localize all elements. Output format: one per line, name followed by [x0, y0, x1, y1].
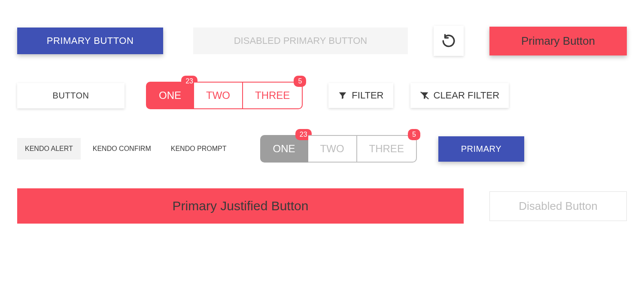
badge: 5 [408, 129, 420, 140]
seg-three[interactable]: THREE 5 [357, 135, 417, 163]
row-1: PRIMARY BUTTON DISABLED PRIMARY BUTTON P… [17, 26, 627, 56]
label: PRIMARY [461, 144, 501, 154]
label: Primary Button [521, 34, 595, 48]
kendo-prompt-button[interactable]: KENDO PROMPT [163, 138, 234, 160]
primary-button-small[interactable]: PRIMARY [438, 136, 524, 162]
segmented-group-grey: ONE 23 TWO THREE 5 [260, 135, 417, 163]
seg-one[interactable]: ONE 23 [260, 135, 308, 163]
refresh-icon [441, 34, 456, 48]
label: DISABLED PRIMARY BUTTON [234, 35, 368, 46]
clear-filter-icon [420, 91, 429, 100]
label: BUTTON [53, 91, 89, 101]
segmented-group-red: ONE 23 TWO THREE 5 [146, 82, 303, 109]
label: THREE [369, 143, 404, 154]
badge: 5 [294, 76, 306, 87]
label: FILTER [352, 90, 383, 101]
label: ONE [159, 89, 181, 101]
disabled-button: Disabled Button [489, 191, 627, 221]
label: PRIMARY BUTTON [47, 35, 134, 46]
clear-filter-button[interactable]: CLEAR FILTER [410, 83, 509, 108]
kendo-confirm-button[interactable]: KENDO CONFIRM [85, 138, 159, 160]
primary-button-red[interactable]: Primary Button [489, 27, 627, 55]
row-3: KENDO ALERT KENDO CONFIRM KENDO PROMPT O… [17, 135, 627, 163]
label: KENDO PROMPT [171, 145, 227, 152]
seg-one[interactable]: ONE 23 [146, 82, 194, 109]
label: TWO [206, 89, 230, 101]
label: Disabled Button [519, 200, 598, 213]
label: TWO [320, 143, 344, 154]
label: THREE [255, 89, 290, 101]
row-4: Primary Justified Button Disabled Button [17, 188, 627, 224]
primary-justified-button[interactable]: Primary Justified Button [17, 188, 464, 224]
label: KENDO ALERT [25, 145, 73, 152]
plain-button[interactable]: BUTTON [17, 83, 125, 108]
filter-button[interactable]: FILTER [328, 83, 393, 108]
kendo-alert-button[interactable]: KENDO ALERT [17, 138, 81, 160]
seg-two[interactable]: TWO [194, 82, 243, 109]
seg-two[interactable]: TWO [308, 135, 357, 163]
label: ONE [273, 143, 295, 154]
seg-three[interactable]: THREE 5 [243, 82, 303, 109]
label: Primary Justified Button [173, 199, 309, 213]
label: CLEAR FILTER [434, 90, 500, 101]
filter-icon [338, 91, 347, 100]
label: KENDO CONFIRM [93, 145, 151, 152]
row-2: BUTTON ONE 23 TWO THREE 5 FILTER CLEAR F… [17, 82, 627, 109]
refresh-button[interactable] [434, 26, 464, 56]
disabled-primary-button: DISABLED PRIMARY BUTTON [193, 28, 408, 54]
primary-button-blue[interactable]: PRIMARY BUTTON [17, 28, 163, 54]
